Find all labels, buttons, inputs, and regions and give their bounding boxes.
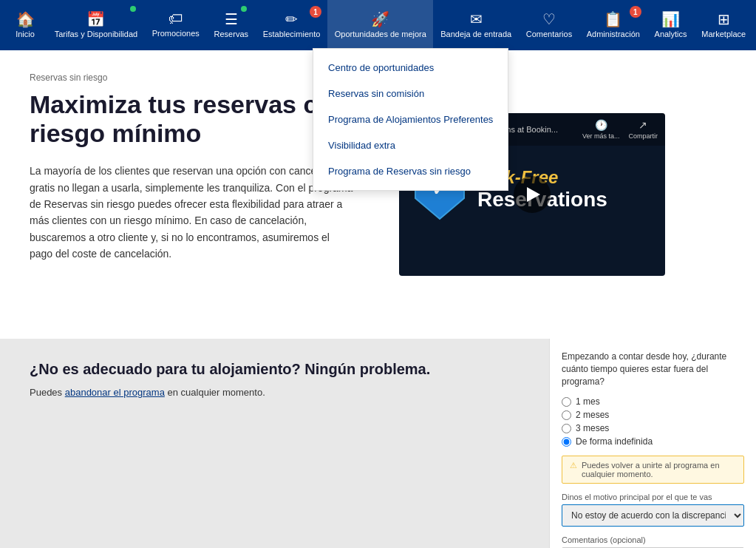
watch-later-btn[interactable]: 🕐 Ver más ta... — [582, 119, 620, 140]
badge-admin: 1 — [630, 6, 641, 18]
dropdown-item-4[interactable]: Visibilidad extra — [313, 132, 508, 158]
watch-later-label: Ver más ta... — [582, 132, 620, 140]
nav-promociones[interactable]: 🏷 Promociones — [145, 0, 207, 50]
dropdown-item-2[interactable]: Reservas sin comisión — [313, 81, 508, 106]
option-3-months[interactable]: 3 meses — [562, 423, 744, 433]
nav-establecimiento[interactable]: 1 ✏ Establecimiento — [256, 0, 327, 50]
share-icon: ↗ — [638, 119, 647, 131]
share-btn[interactable]: ↗ Compartir — [628, 119, 658, 140]
heart-icon: ♡ — [542, 10, 556, 28]
edit-icon: ✏ — [285, 10, 298, 28]
option-2-months[interactable]: 2 meses — [562, 410, 744, 420]
tag-icon: 🏷 — [168, 10, 183, 27]
share-label: Compartir — [628, 132, 658, 140]
badge-1: 1 — [310, 6, 321, 18]
dropdown-item-1[interactable]: Centro de oportunidades — [313, 55, 508, 81]
video-actions: 🕐 Ver más ta... ↗ Compartir — [582, 119, 658, 140]
nav-comentarios[interactable]: ♡ Comentarios — [519, 0, 579, 50]
envelope-icon: ✉ — [470, 10, 483, 28]
bottom-left-wrapper: ¿No es adecuado para tu alojamiento? Nin… — [0, 339, 549, 548]
clipboard-icon: 📋 — [604, 10, 622, 28]
calendar-icon: 📅 — [86, 10, 105, 28]
nav-administracion[interactable]: 1 📋 Administración — [579, 0, 647, 50]
reason-label: Dinos el motivo principal por el que te … — [562, 493, 744, 501]
nav-oportunidades[interactable]: 🚀 Oportunidades de mejora Centro de opor… — [327, 0, 433, 50]
opt-out-section: ¿No es adecuado para tu alojamiento? Nin… — [0, 339, 549, 548]
radio-indefinite[interactable] — [562, 437, 571, 447]
radio-2-months[interactable] — [562, 410, 571, 420]
time-options: 1 mes 2 meses 3 meses De forma indefinid… — [562, 396, 744, 447]
bottom-section: ¿No es adecuado para tu alojamiento? Nin… — [0, 339, 756, 548]
nav-inicio[interactable]: 🏠 Inicio — [3, 0, 47, 50]
dropdown-item-5[interactable]: Programa de Reservas sin riesgo — [313, 158, 508, 184]
breadcrumb: Reservas sin riesgo — [30, 72, 355, 83]
radio-1-month[interactable] — [562, 397, 571, 407]
nav-bandeja[interactable]: ✉ Bandeja de entrada — [433, 0, 518, 50]
rocket-icon: 🚀 — [371, 10, 389, 28]
navigation-bar: 🏠 Inicio 📅 Tarifas y Disponibilidad 🏷 Pr… — [0, 0, 756, 50]
main-description: La mayoría de los clientes que reservan … — [30, 163, 355, 262]
nav-analytics[interactable]: 📊 Analytics — [647, 0, 695, 50]
exit-panel: Empezando a contar desde hoy, ¿durante c… — [549, 339, 756, 548]
option-1-month[interactable]: 1 mes — [562, 396, 744, 407]
nav-marketplace[interactable]: ⊞ Marketplace — [694, 0, 753, 50]
oportunidades-dropdown: Centro de oportunidades Reservas sin com… — [313, 48, 508, 191]
home-icon: 🏠 — [16, 10, 35, 28]
page-title: Maximiza tus reservas con riesgo mínimo — [30, 90, 355, 148]
abandon-link[interactable]: abandonar el programa — [65, 387, 165, 398]
opt-out-heading: ¿No es adecuado para tu alojamiento? Nin… — [30, 361, 520, 378]
opt-out-text: Puedes abandonar el programa en cualquie… — [30, 387, 520, 398]
clock-icon: 🕐 — [595, 119, 607, 131]
grid-icon: ⊞ — [718, 10, 730, 28]
list-icon: ☰ — [225, 10, 238, 28]
info-note: Puedes volver a unirte al programa en cu… — [562, 456, 744, 484]
panel-question: Empezando a contar desde hoy, ¿durante c… — [562, 351, 744, 388]
comment-label: Comentarios (opcional) — [562, 535, 744, 544]
play-button[interactable] — [514, 176, 551, 213]
reason-select[interactable]: No estoy de acuerdo con la discrepancia … — [562, 504, 744, 527]
green-dot-2 — [241, 6, 247, 12]
chart-icon: 📊 — [661, 10, 680, 28]
green-dot — [130, 6, 136, 12]
dropdown-item-3[interactable]: Programa de Alojamientos Preferentes — [313, 106, 508, 132]
option-indefinite[interactable]: De forma indefinida — [562, 436, 744, 447]
nav-tarifas[interactable]: 📅 Tarifas y Disponibilidad — [47, 0, 145, 50]
radio-3-months[interactable] — [562, 424, 571, 433]
nav-reservas[interactable]: ☰ Reservas — [207, 0, 256, 50]
